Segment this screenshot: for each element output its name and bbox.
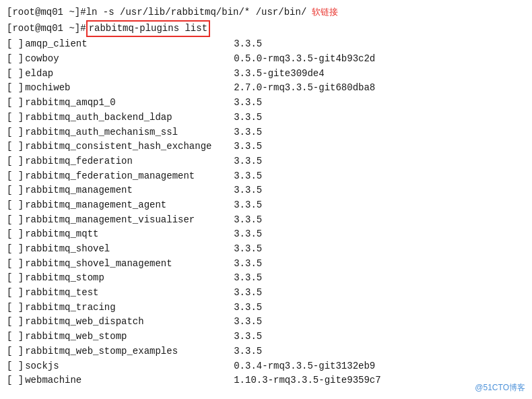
plugin-version: 0.3.4-rmq3.3.5-git3132eb9: [234, 359, 375, 374]
plugin-bracket: [ ]: [7, 37, 24, 52]
plugin-row: [ ] rabbitmq_federation_management3.3.5: [7, 169, 525, 184]
plugin-name: sockjs: [25, 359, 234, 374]
plugin-row: [ ] rabbitmq_web_dispatch3.3.5: [7, 315, 525, 330]
plugin-name: cowboy: [25, 52, 234, 67]
plugin-row: [ ] rabbitmq_tracing3.3.5: [7, 301, 525, 315]
plugin-version: 3.3.5: [234, 213, 262, 228]
plugin-row: [ ] rabbitmq_shovel_management3.3.5: [7, 257, 525, 272]
plugin-version: 3.3.5: [234, 227, 262, 242]
plugin-version: 3.3.5: [234, 286, 262, 301]
plugin-row: [ ] rabbitmq_test3.3.5: [7, 286, 525, 301]
plugin-name: rabbitmq_auth_backend_ldap: [25, 111, 234, 125]
plugin-version: 3.3.5: [234, 37, 262, 52]
plugin-name: rabbitmq_federation_management: [25, 169, 234, 184]
plugin-row: [ ] rabbitmq_auth_backend_ldap3.3.5: [7, 111, 525, 125]
plugin-name: eldap: [25, 67, 234, 82]
plugin-row: [ ] sockjs0.3.4-rmq3.3.5-git3132eb9: [7, 359, 525, 374]
plugin-row: [ ] rabbitmq_amqp1_03.3.5: [7, 96, 525, 111]
ln-command-line: [root@mq01 ~]# ln -s /usr/lib/rabbitmq/b…: [7, 5, 525, 20]
plugin-bracket: [ ]: [7, 257, 24, 272]
plugin-bracket: [ ]: [7, 301, 24, 315]
plugin-version: 3.3.5: [234, 330, 262, 344]
plugin-bracket: [ ]: [7, 344, 24, 359]
plugin-bracket: [ ]: [7, 183, 24, 198]
plugin-bracket: [ ]: [7, 154, 24, 169]
plugin-version: 3.3.5: [234, 111, 262, 125]
plugin-row: [ ] rabbitmq_web_stomp_examples3.3.5: [7, 344, 525, 359]
plugin-version: 3.3.5: [234, 315, 262, 330]
plugin-row: [ ] rabbitmq_consistent_hash_exchange3.3…: [7, 140, 525, 154]
plugin-version: 1.10.3-rmq3.3.5-gite9359c7: [234, 373, 380, 388]
plugin-bracket: [ ]: [7, 81, 24, 96]
plugin-bracket: [ ]: [7, 96, 24, 111]
plugin-version: 3.3.5: [234, 169, 262, 184]
plugin-row: [ ] rabbitmq_auth_mechanism_ssl3.3.5: [7, 125, 525, 140]
plugin-row: [ ] cowboy0.5.0-rmq3.3.5-git4b93c2d: [7, 52, 525, 67]
plugin-name: rabbitmq_federation: [25, 154, 234, 169]
plugin-row: [ ] rabbitmq_management_visualiser3.3.5: [7, 213, 525, 228]
plugin-version: 3.3.5: [234, 301, 262, 315]
plugin-version: 2.7.0-rmq3.3.5-git680dba8: [234, 81, 375, 96]
ln-command: ln -s /usr/lib/rabbitmq/bin/* /usr/bin/: [86, 5, 307, 20]
plugin-version: 3.3.5: [234, 198, 262, 213]
plugin-row: [ ] rabbitmq_stomp3.3.5: [7, 271, 525, 286]
plugin-row: [ ] amqp_client3.3.5: [7, 37, 525, 52]
plugin-name: rabbitmq_web_stomp_examples: [25, 344, 234, 359]
plugin-name: rabbitmq_test: [25, 286, 234, 301]
plugin-name: rabbitmq_tracing: [25, 301, 234, 315]
plugin-name: rabbitmq_consistent_hash_exchange: [25, 140, 234, 154]
plugin-name: rabbitmq_amqp1_0: [25, 96, 234, 111]
plugin-bracket: [ ]: [7, 125, 24, 140]
plugin-name: rabbitmq_stomp: [25, 271, 234, 286]
plugin-bracket: [ ]: [7, 315, 24, 330]
plugin-version: 3.3.5: [234, 183, 262, 198]
plugin-name: rabbitmq_web_stomp: [25, 330, 234, 344]
plugin-bracket: [ ]: [7, 140, 24, 154]
plugin-name: amqp_client: [25, 37, 234, 52]
plugin-row: [ ] rabbitmq_management3.3.5: [7, 183, 525, 198]
plugin-version: 3.3.5: [234, 125, 262, 140]
plugin-name: rabbitmq_shovel: [25, 242, 234, 257]
plugin-row: [ ] rabbitmq_shovel3.3.5: [7, 242, 525, 257]
plugin-version: 3.3.5: [234, 344, 262, 359]
plugin-name: rabbitmq_management_agent: [25, 198, 234, 213]
plugin-name: rabbitmq_web_dispatch: [25, 315, 234, 330]
plugin-version: 0.5.0-rmq3.3.5-git4b93c2d: [234, 52, 375, 67]
plugin-bracket: [ ]: [7, 373, 24, 388]
watermark: @51CTO博客: [475, 382, 525, 394]
plugin-bracket: [ ]: [7, 359, 24, 374]
plugins-list-command: rabbitmq-plugins list: [86, 20, 210, 38]
plugin-name: rabbitmq_management: [25, 183, 234, 198]
plugins-list-command-line: [root@mq01 ~]# rabbitmq-plugins list: [7, 20, 525, 38]
plugin-version: 3.3.5: [234, 154, 262, 169]
plugin-bracket: [ ]: [7, 271, 24, 286]
plugin-row: [ ] webmachine1.10.3-rmq3.3.5-gite9359c7: [7, 373, 525, 388]
plugin-version: 3.3.5: [234, 271, 262, 286]
plugin-version: 3.3.5: [234, 242, 262, 257]
plugin-bracket: [ ]: [7, 227, 24, 242]
plugin-name: rabbitmq_auth_mechanism_ssl: [25, 125, 234, 140]
plugin-bracket: [ ]: [7, 330, 24, 344]
plugin-bracket: [ ]: [7, 286, 24, 301]
plugin-row: [ ] eldap3.3.5-gite309de4: [7, 67, 525, 82]
plugin-name: webmachine: [25, 373, 234, 388]
plugin-bracket: [ ]: [7, 198, 24, 213]
terminal: [root@mq01 ~]# ln -s /usr/lib/rabbitmq/b…: [0, 0, 532, 399]
plugin-row: [ ] rabbitmq_web_stomp3.3.5: [7, 330, 525, 344]
prompt-1: [root@mq01 ~]#: [7, 5, 86, 20]
plugin-row: [ ] rabbitmq_management_agent3.3.5: [7, 198, 525, 213]
plugin-version: 3.3.5: [234, 96, 262, 111]
plugin-name: rabbitmq_mqtt: [25, 227, 234, 242]
plugin-bracket: [ ]: [7, 111, 24, 125]
plugin-bracket: [ ]: [7, 52, 24, 67]
plugin-row: [ ] rabbitmq_federation3.3.5: [7, 154, 525, 169]
plugin-list: [ ] amqp_client3.3.5[ ] cowboy0.5.0-rmq3…: [7, 37, 525, 388]
plugin-bracket: [ ]: [7, 213, 24, 228]
plugin-bracket: [ ]: [7, 242, 24, 257]
plugin-name: mochiweb: [25, 81, 234, 96]
soft-link-label: 软链接: [312, 5, 338, 19]
plugin-row: [ ] rabbitmq_mqtt3.3.5: [7, 227, 525, 242]
plugin-version: 3.3.5: [234, 140, 262, 154]
plugin-version: 3.3.5: [234, 257, 262, 272]
plugin-name: rabbitmq_management_visualiser: [25, 213, 234, 228]
